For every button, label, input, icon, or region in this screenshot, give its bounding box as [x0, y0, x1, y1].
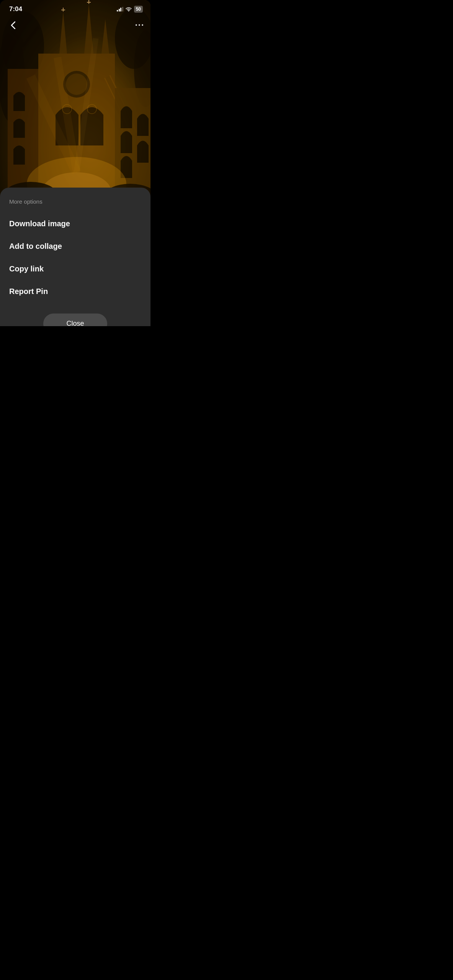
close-button[interactable]: Close: [43, 314, 107, 326]
svg-point-12: [66, 74, 87, 95]
status-icons: 50: [117, 6, 143, 13]
battery-level: 50: [136, 7, 141, 12]
status-bar: 7:04 50: [0, 0, 150, 16]
back-button[interactable]: [6, 18, 20, 32]
chevron-left-icon: [11, 21, 15, 29]
bottom-sheet: More options Download image Add to colla…: [0, 188, 150, 326]
download-image-item[interactable]: Download image: [0, 212, 150, 235]
wifi-icon: [126, 7, 132, 11]
add-to-collage-item[interactable]: Add to collage: [0, 235, 150, 258]
copy-link-item[interactable]: Copy link: [0, 258, 150, 280]
battery-icon: 50: [134, 6, 143, 13]
status-time: 7:04: [9, 5, 22, 13]
svg-point-0: [128, 11, 129, 11]
screen: 7:04 50: [0, 0, 150, 326]
more-options-button[interactable]: ···: [135, 20, 144, 30]
report-pin-item[interactable]: Report Pin: [0, 280, 150, 303]
nav-overlay: ···: [0, 18, 150, 32]
section-label: More options: [0, 198, 150, 212]
close-button-container: Close: [0, 314, 150, 326]
signal-icon: [117, 7, 123, 11]
